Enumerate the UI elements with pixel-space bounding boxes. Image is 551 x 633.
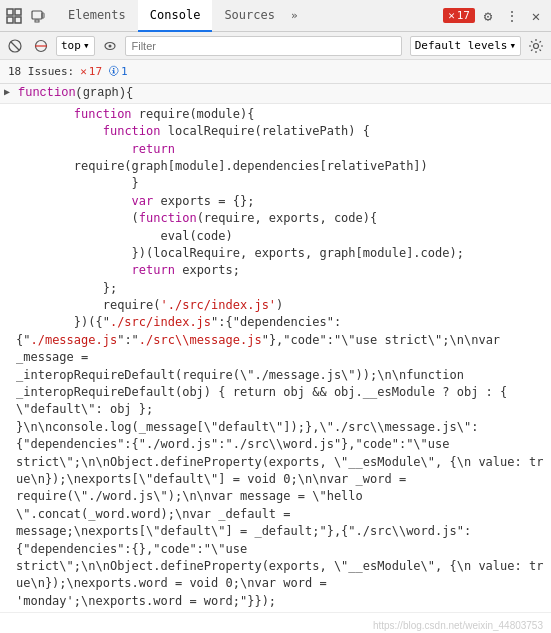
console-settings-icon[interactable] [525,35,547,57]
close-icon[interactable]: ✕ [525,5,547,27]
clear-console-button[interactable] [4,35,26,57]
console-toolbar: top ▾ Default levels ▾ [0,32,551,60]
filter-input[interactable] [125,36,402,56]
tab-icons [4,6,48,26]
result-arrow-spacer [4,614,16,615]
eye-icon[interactable] [99,35,121,57]
context-label: top [61,39,81,52]
tab-sources[interactable]: Sources [212,0,287,32]
svg-point-12 [108,44,111,47]
inspect-icon[interactable] [4,6,24,26]
issues-error-count[interactable]: ✕ 17 [80,65,102,78]
error-icon: ✕ [448,9,455,22]
error-badge[interactable]: ✕ 17 [443,8,475,23]
log-levels-label: Default levels [415,39,508,52]
svg-line-8 [11,42,19,50]
tab-elements[interactable]: Elements [56,0,138,32]
console-output: ▶ function(graph){ function require(modu… [0,84,551,633]
svg-rect-0 [7,9,13,15]
console-code-block: function require(module){ function local… [0,104,551,613]
filter-toggle-button[interactable] [30,35,52,57]
error-x-icon: ✕ [80,65,87,78]
device-icon[interactable] [28,6,48,26]
svg-rect-5 [35,20,39,22]
issues-warning-count[interactable]: 🛈 1 [108,65,128,78]
svg-rect-1 [15,9,21,15]
tab-right-controls: ✕ 17 ⚙ ⋮ ✕ [443,5,547,27]
svg-rect-6 [42,13,44,18]
log-levels-select[interactable]: Default levels ▾ [410,36,521,56]
tab-more[interactable]: » [287,9,302,22]
more-dots-icon[interactable]: ⋮ [501,5,523,27]
svg-rect-3 [15,17,21,23]
issues-bar: 18 Issues: ✕ 17 🛈 1 [0,60,551,84]
log-levels-chevron: ▾ [509,39,516,52]
settings-gear-icon[interactable]: ⚙ [477,5,499,27]
issues-label: 18 Issues: [8,65,74,78]
tab-bar: Elements Console Sources » ✕ 17 ⚙ ⋮ ✕ [0,0,551,32]
svg-point-13 [534,43,539,48]
error-count: 17 [457,9,470,22]
console-code-main: function(graph){ [18,85,547,102]
expand-arrow[interactable]: ▶ [4,85,16,100]
context-select[interactable]: top ▾ [56,36,95,56]
context-chevron: ▾ [83,39,90,52]
tab-console[interactable]: Console [138,0,213,32]
svg-rect-4 [32,11,42,19]
console-entry-main: ▶ function(graph){ [0,84,551,104]
watermark: https://blog.csdn.net/weixin_44803753 [373,620,543,631]
svg-rect-2 [7,17,13,23]
warning-icon: 🛈 [108,65,119,78]
